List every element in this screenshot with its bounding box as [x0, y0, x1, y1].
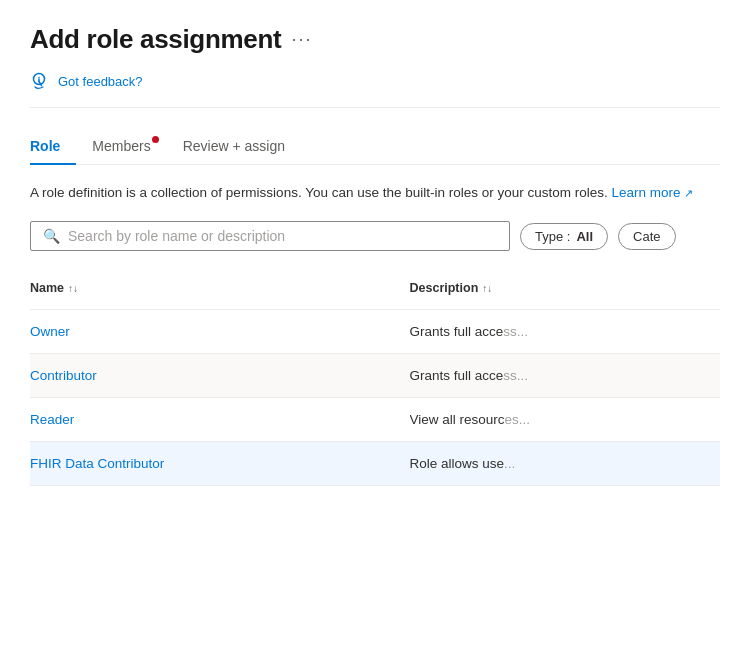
column-header-name: Name ↑↓ — [30, 275, 410, 301]
category-filter-button[interactable]: Cate — [618, 223, 675, 250]
table-body: Owner Grants full access... Contributor … — [30, 310, 720, 486]
table-row[interactable]: FHIR Data Contributor Role allows use... — [30, 442, 720, 486]
name-sort-arrows[interactable]: ↑↓ — [68, 283, 78, 294]
table-header: Name ↑↓ Description ↑↓ — [30, 267, 720, 310]
row-reader-name: Reader — [30, 398, 410, 441]
description-text: A role definition is a collection of per… — [30, 185, 612, 200]
search-box[interactable]: 🔍 Search by role name or description — [30, 221, 510, 251]
svg-point-1 — [38, 77, 40, 79]
category-filter-label: Cate — [633, 229, 660, 244]
members-notification-dot — [152, 136, 159, 143]
search-filter-row: 🔍 Search by role name or description Typ… — [30, 221, 720, 251]
header-row: Add role assignment ··· — [30, 24, 720, 55]
page-container: Add role assignment ··· Got feedback? Ro… — [0, 0, 750, 660]
row-owner-name: Owner — [30, 310, 410, 353]
description-sort-arrows[interactable]: ↑↓ — [482, 283, 492, 294]
row-fhir-description: Role allows use... — [410, 442, 721, 485]
column-header-description: Description ↑↓ — [410, 275, 721, 301]
table-row[interactable]: Contributor Grants full access... — [30, 354, 720, 398]
tab-review-assign[interactable]: Review + assign — [167, 128, 301, 164]
table-row[interactable]: Reader View all resources... — [30, 398, 720, 442]
row-contributor-name: Contributor — [30, 354, 410, 397]
search-placeholder: Search by role name or description — [68, 228, 285, 244]
table-row[interactable]: Owner Grants full access... — [30, 310, 720, 354]
feedback-link[interactable]: Got feedback? — [58, 74, 143, 89]
search-icon: 🔍 — [43, 228, 60, 244]
external-link-icon: ↗ — [684, 185, 693, 202]
roles-table: Name ↑↓ Description ↑↓ Owner Grants full… — [30, 267, 720, 486]
tabs-row: Role Members Review + assign — [30, 128, 720, 165]
tab-role[interactable]: Role — [30, 128, 76, 164]
role-description: A role definition is a collection of per… — [30, 183, 720, 203]
feedback-row: Got feedback? — [30, 71, 720, 108]
page-title: Add role assignment — [30, 24, 281, 55]
type-filter-button[interactable]: Type : All — [520, 223, 608, 250]
row-contributor-description: Grants full access... — [410, 354, 721, 397]
row-owner-description: Grants full access... — [410, 310, 721, 353]
more-options-icon[interactable]: ··· — [291, 29, 312, 50]
row-reader-description: View all resources... — [410, 398, 721, 441]
type-filter-value: All — [576, 229, 593, 244]
row-fhir-name: FHIR Data Contributor — [30, 442, 410, 485]
feedback-icon — [30, 71, 50, 91]
learn-more-link[interactable]: Learn more ↗ — [612, 183, 693, 203]
tab-members[interactable]: Members — [76, 128, 166, 164]
type-filter-label: Type : — [535, 229, 570, 244]
